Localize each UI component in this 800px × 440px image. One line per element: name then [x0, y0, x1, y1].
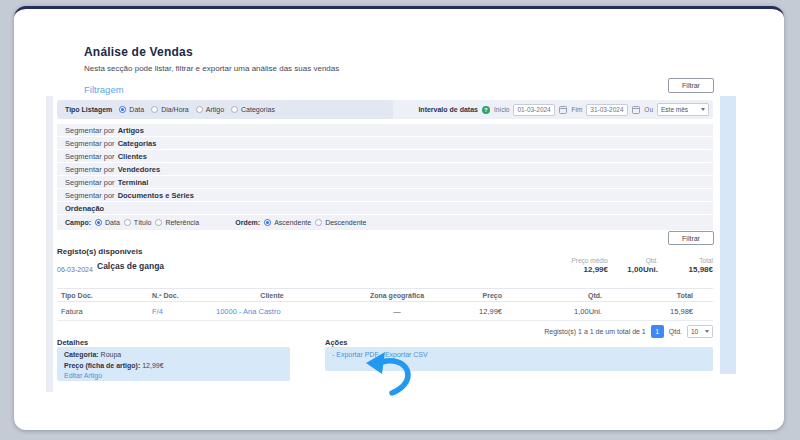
- radio-option-label: Ascendente: [274, 219, 311, 226]
- stat-total: Total 15,98€: [658, 257, 713, 274]
- help-icon[interactable]: ?: [482, 106, 490, 114]
- radio-campo-titulo[interactable]: Título: [124, 219, 152, 226]
- preco-line: Preço (ficha de artigo): 12,99€: [64, 361, 283, 372]
- radio-selected-icon: [95, 219, 102, 226]
- calendar-icon[interactable]: [632, 106, 640, 114]
- campo-label: Campo:: [65, 219, 91, 226]
- segment-prefix: Segmentar por: [65, 126, 115, 135]
- page-size-value: 10: [691, 328, 698, 335]
- pagination: Registo(s) 1 a 1 de um total de 1 1 Qtd.…: [400, 324, 713, 339]
- group-stats: Preço médio 12,99€ Qtd. 1,00Uni. Total 1…: [420, 257, 713, 274]
- preset-select[interactable]: Este mês: [657, 103, 709, 116]
- col-header-preco: Preço: [462, 292, 542, 299]
- segment-prefix: Segmentar por: [65, 139, 115, 148]
- preco-value: 12,99€: [142, 362, 163, 369]
- col-header-qtd: Qtd.: [542, 292, 632, 299]
- col-header-zona: Zona geográfica: [332, 292, 462, 299]
- segment-name: Clientes: [118, 152, 147, 161]
- chevron-down-icon: [705, 330, 709, 333]
- results-table: Tipo Doc. N.º Doc. Cliente Zona geográfi…: [57, 288, 713, 321]
- radio-selected-icon: [264, 219, 271, 226]
- segment-prefix: Segmentar por: [65, 152, 115, 161]
- categoria-label: Categoria:: [64, 351, 99, 358]
- segment-prefix: Segmentar por: [65, 191, 115, 200]
- ou-label: Ou: [644, 106, 653, 113]
- categoria-line: Categoria: Roupa: [64, 350, 283, 361]
- segment-row-categorias[interactable]: Segmentar por Categorias: [57, 137, 713, 150]
- filtrar-button-bottom[interactable]: Filtrar: [668, 231, 714, 245]
- radio-icon: [196, 106, 203, 113]
- segment-prefix: Segmentar por: [65, 178, 115, 187]
- radio-icon: [155, 219, 162, 226]
- stat-label: Total: [658, 257, 713, 264]
- col-header-cliente: Cliente: [212, 292, 332, 299]
- stat-value: 1,00Uni.: [608, 265, 658, 274]
- page-1-button[interactable]: 1: [651, 325, 664, 338]
- radio-option-label: Categorias: [241, 106, 275, 113]
- listing-type-bar: Tipo Listagem Data Dia/Hora Artigo Categ…: [57, 100, 393, 119]
- preset-selected-value: Este mês: [661, 106, 688, 113]
- table-header-row: Tipo Doc. N.º Doc. Cliente Zona geográfi…: [57, 288, 713, 302]
- document-link[interactable]: F/4: [142, 307, 212, 316]
- hand-drawn-arrow: [358, 348, 428, 400]
- stat-label: Preço médio: [508, 257, 608, 264]
- page-size-select[interactable]: 10: [687, 325, 713, 338]
- cell-zona: —: [332, 307, 462, 316]
- inicio-date-input[interactable]: 01-03-2024: [513, 104, 555, 116]
- editar-artigo-link[interactable]: Editar Artigo: [64, 371, 102, 382]
- radio-option-label: Referência: [165, 219, 199, 226]
- radio-icon: [151, 106, 158, 113]
- radio-option-label: Título: [134, 219, 152, 226]
- segment-row-clientes[interactable]: Segmentar por Clientes: [57, 150, 713, 163]
- segment-name: Artigos: [118, 126, 144, 135]
- client-link[interactable]: 10000 - Ana Castro: [212, 307, 332, 316]
- page-title: Análise de Vendas: [84, 45, 193, 59]
- inicio-label: Início: [494, 106, 510, 113]
- filter-band: Tipo Listagem Data Dia/Hora Artigo Categ…: [57, 100, 713, 119]
- chevron-down-icon: [701, 108, 705, 111]
- radio-option-label: Dia/Hora: [161, 106, 189, 113]
- stat-value: 15,98€: [658, 265, 713, 274]
- radio-campo-referencia[interactable]: Referência: [155, 219, 199, 226]
- radio-icon: [231, 106, 238, 113]
- acoes-heading: Ações: [325, 338, 348, 347]
- col-header-total: Total: [632, 292, 713, 299]
- calendar-icon[interactable]: [559, 106, 567, 114]
- detalhes-heading: Detalhes: [57, 338, 88, 347]
- fim-date-input[interactable]: 31-03-2024: [586, 104, 628, 116]
- radio-icon: [315, 219, 322, 226]
- segment-name: Vendedores: [118, 165, 161, 174]
- cell-preco: 12,99€: [462, 307, 542, 316]
- segment-name: Terminal: [118, 178, 149, 187]
- results-heading: Registo(s) disponíveis: [57, 247, 142, 256]
- radio-option-dia-hora[interactable]: Dia/Hora: [151, 106, 189, 113]
- radio-option-categorias[interactable]: Categorias: [231, 106, 275, 113]
- radio-ordem-descendente[interactable]: Descendente: [315, 219, 366, 226]
- cell-tipo-doc: Fatura: [57, 307, 142, 316]
- radio-option-label: Artigo: [206, 106, 224, 113]
- stat-value: 12,99€: [508, 265, 608, 274]
- segment-row-documentos-series[interactable]: Segmentar por Documentos e Séries: [57, 189, 713, 202]
- col-header-n-doc: N.º Doc.: [142, 292, 212, 299]
- segment-list: Segmentar por Artigos Segmentar por Cate…: [57, 124, 713, 230]
- detalhes-box: Categoria: Roupa Preço (ficha de artigo)…: [57, 347, 290, 381]
- segment-row-artigos[interactable]: Segmentar por Artigos: [57, 124, 713, 137]
- right-decoration-strip: [720, 96, 736, 374]
- filtrar-button-top[interactable]: Filtrar: [668, 78, 714, 93]
- page-subtitle: Nesta secção pode listar, filtrar e expo…: [84, 64, 339, 73]
- radio-ordem-ascendente[interactable]: Ascendente: [264, 219, 311, 226]
- radio-option-artigo[interactable]: Artigo: [196, 106, 224, 113]
- segment-row-vendedores[interactable]: Segmentar por Vendedores: [57, 163, 713, 176]
- radio-selected-icon: [119, 106, 126, 113]
- radio-option-data[interactable]: Data: [119, 106, 144, 113]
- radio-icon: [124, 219, 131, 226]
- stat-label: Qtd.: [608, 257, 658, 264]
- ordenacao-options-row: Campo: Data Título Referência Ordem: Asc…: [57, 215, 713, 230]
- cell-total: 15,98€: [632, 307, 713, 316]
- segment-prefix: Segmentar por: [65, 165, 115, 174]
- listing-type-label: Tipo Listagem: [65, 106, 112, 113]
- radio-campo-data[interactable]: Data: [95, 219, 120, 226]
- segment-row-terminal[interactable]: Segmentar por Terminal: [57, 176, 713, 189]
- date-range-controls: Intervalo de datas ? Início 01-03-2024 F…: [418, 100, 709, 119]
- pagination-summary: Registo(s) 1 a 1 de um total de 1: [544, 328, 646, 335]
